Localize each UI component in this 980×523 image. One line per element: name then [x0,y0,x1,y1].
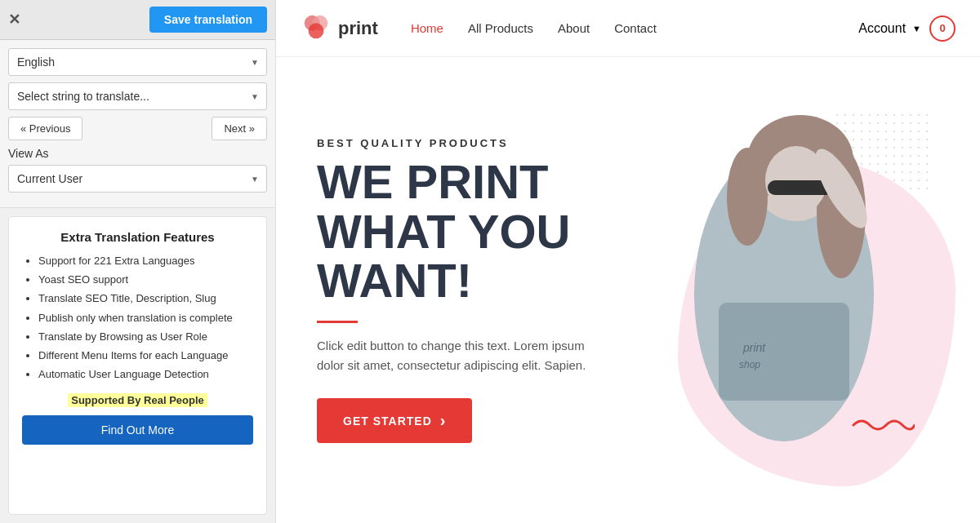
svg-text:shop: shop [739,359,760,370]
previous-button[interactable]: « Previous [8,117,82,140]
squiggle-decoration [849,413,915,437]
save-translation-button[interactable]: Save translation [149,7,267,33]
list-item: Publish only when translation is complet… [38,311,253,326]
supported-by-real-people-label: Supported By Real People [68,393,207,407]
list-item: Translate by Browsing as User Role [38,330,253,344]
nav-link-about[interactable]: About [558,21,590,35]
controls-area: English French Spanish German Select str… [0,40,275,208]
view-as-select-wrapper: Current User Administrator Subscriber [8,165,267,193]
nav-buttons: « Previous Next » [8,117,267,140]
logo-icon [301,13,332,44]
account-link[interactable]: Account ▼ [858,21,921,36]
get-started-label: GET STARTED [343,414,432,428]
cart-badge[interactable]: 0 [929,16,956,42]
list-item: Automatic User Language Detection [38,367,253,382]
string-select-wrapper: Select string to translate... [8,82,267,110]
get-started-button[interactable]: GET STARTED › [317,398,472,443]
list-item: Support for 221 Extra Languages [38,254,253,268]
nav-links: Home All Products About Contact [411,21,858,35]
close-icon[interactable]: ✕ [8,11,20,29]
next-button[interactable]: Next » [212,117,267,140]
nav-link-contact[interactable]: Contact [614,21,657,35]
logo-area: print [301,13,378,44]
extra-features-panel: Extra Translation Features Support for 2… [8,216,267,515]
nav-link-products[interactable]: All Products [468,21,533,35]
hero-underline-decoration [317,321,358,323]
view-as-label: View As [8,147,267,160]
hero-title: WE PRINT WHAT YOU WANT! [317,157,629,307]
svg-point-2 [309,23,324,38]
top-bar: ✕ Save translation [0,0,275,40]
hero-section: BEST QUALITY PRODUCTS WE PRINT WHAT YOU … [276,57,980,523]
view-as-select[interactable]: Current User Administrator Subscriber [8,165,267,193]
navbar: print Home All Products About Contact Ac… [276,0,980,57]
find-out-more-button[interactable]: Find Out More [22,415,253,445]
features-list: Support for 221 Extra Languages Yoast SE… [22,254,253,382]
hero-content: BEST QUALITY PRODUCTS WE PRINT WHAT YOU … [317,137,629,444]
hero-image-area: print shop [629,95,939,486]
hero-subtitle: BEST QUALITY PRODUCTS [317,137,629,149]
list-item: Translate SEO Title, Description, Slug [38,291,253,306]
string-select[interactable]: Select string to translate... [8,82,267,110]
website-preview: print Home All Products About Contact Ac… [276,0,980,523]
nav-link-home[interactable]: Home [411,21,443,35]
svg-rect-11 [719,303,849,401]
list-item: Different Menu Items for each Language [38,348,253,363]
list-item: Yoast SEO support [38,273,253,287]
language-select[interactable]: English French Spanish German [8,48,267,76]
logo-text: print [338,18,378,39]
language-select-wrapper: English French Spanish German [8,48,267,76]
translation-panel: ✕ Save translation English French Spanis… [0,0,276,523]
svg-point-7 [727,148,768,246]
arrow-icon: › [440,411,447,430]
svg-text:print: print [742,341,766,354]
extra-features-title: Extra Translation Features [22,230,253,244]
account-label: Account [858,21,906,36]
chevron-down-icon: ▼ [912,24,921,33]
hero-description: Click edit button to change this text. L… [317,336,611,375]
